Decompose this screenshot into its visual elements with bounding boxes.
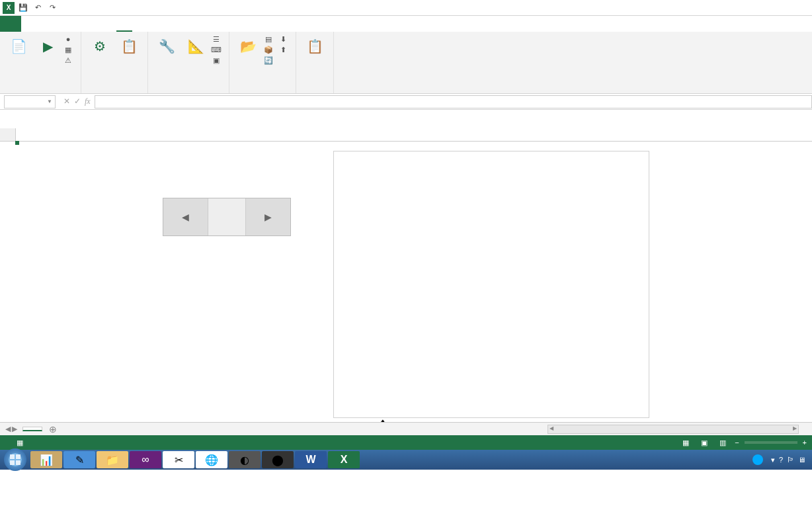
tab-data[interactable] [85,16,101,32]
redo-icon[interactable]: ↷ [46,2,58,14]
record-macro-button[interactable]: ● [63,34,75,44]
code-icon: ⌨ [212,45,221,54]
macro-security-button[interactable]: ⚠ [63,56,75,65]
taskbar-app-7[interactable]: ◐ [229,451,261,468]
save-icon[interactable]: 💾 [17,2,29,14]
formula-input[interactable] [95,95,812,108]
properties-button[interactable]: ☰ [212,34,223,44]
taskbar-chrome[interactable]: 🌐 [196,451,227,468]
tab-special[interactable] [132,16,148,32]
export-icon: ⬆ [278,45,288,54]
com-addins-button[interactable]: 📋 [116,34,142,60]
expand-pack-button[interactable]: 📦 [264,45,276,54]
tab-developer[interactable] [116,16,132,32]
com-addins-icon: 📋 [118,36,140,57]
macro-button[interactable]: ▶ [34,34,61,60]
tray-monitor-icon[interactable]: 🖥 [798,456,805,464]
view-code-button[interactable]: ⌨ [212,45,223,54]
view-pagebreak-icon[interactable]: ▥ [716,437,729,448]
tab-pagelayout[interactable] [53,16,69,32]
cancel-formula-icon[interactable]: ✕ [63,97,70,106]
zoom-out-icon[interactable]: − [735,439,739,446]
refresh-data-button[interactable]: 🔄 [264,56,276,65]
taskbar-word[interactable]: W [295,451,327,468]
sheet-nav-first-icon[interactable]: ◀ [5,425,11,433]
taskbar-vs[interactable]: ∞ [130,451,161,468]
refresh-icon: 🔄 [264,56,273,65]
add-sheet-button[interactable]: ⊕ [42,424,63,435]
scroll-right-button[interactable]: ▶ [245,198,290,235]
docpanel-icon: 📋 [304,36,325,57]
taskbar-obs[interactable]: ⬤ [262,451,294,468]
macro-record-status-icon[interactable]: ▦ [13,437,26,448]
tray-help-icon[interactable]: ? [779,456,783,464]
scroll-track[interactable] [208,198,245,235]
tray-chevron-icon[interactable]: ▾ [771,456,775,464]
insert-ctrl-icon: 🔧 [156,36,177,57]
record-icon: ● [63,34,73,44]
dialog-icon: ▣ [212,56,221,65]
tab-file[interactable] [0,16,21,32]
view-pagelayout-icon[interactable]: ▣ [698,437,711,448]
map-icon: ▤ [264,34,273,44]
start-button[interactable] [4,448,26,471]
fx-icon[interactable]: fx [85,97,91,106]
taskbar-explorer[interactable]: 📁 [97,451,128,468]
props-icon: ☰ [212,34,221,44]
import-button[interactable]: ⬇ [278,34,290,44]
tab-formulas[interactable] [69,16,85,32]
visual-basic-button[interactable]: 📄 [5,34,32,60]
windows-icon [7,452,23,468]
name-box[interactable]: ▼ [4,95,56,108]
horizontal-scrollbar[interactable] [548,425,799,434]
tray-q[interactable] [752,454,763,465]
sheet-tab-sheet1[interactable] [22,427,42,431]
xml-source-button[interactable]: 📂 [235,34,261,60]
tab-insert[interactable] [37,16,53,32]
doc-panel-button[interactable]: 📋 [302,34,328,60]
design-mode-button[interactable]: 📐 [183,34,209,60]
map-props-button[interactable]: ▤ [264,34,276,44]
excel-icon: X [3,2,15,14]
heart-plot-svg [334,151,649,417]
run-dialog-button[interactable]: ▣ [212,56,223,65]
taskbar-snip[interactable]: ✂ [163,451,194,468]
import-icon: ⬇ [278,34,288,44]
zoom-slider[interactable] [745,441,797,444]
design-icon: 📐 [185,36,206,57]
zoom-in-icon[interactable]: + [803,439,807,446]
xml-icon: 📂 [237,36,259,57]
heart-chart[interactable] [333,151,649,418]
export-button[interactable]: ⬆ [278,45,290,54]
scrollbar-control[interactable]: ◀ ▶ [163,198,291,236]
macro-icon: ▶ [37,36,58,57]
use-relative-ref-button[interactable]: ▦ [63,45,75,54]
confirm-formula-icon[interactable]: ✓ [74,97,81,106]
select-all-corner[interactable] [0,128,16,141]
expand-icon: 📦 [264,45,273,54]
view-normal-icon[interactable]: ▦ [679,437,692,448]
tray-flag-icon[interactable]: 🏳 [787,456,794,464]
shield-icon: ⚠ [63,56,73,65]
chevron-down-icon: ▼ [47,99,52,105]
sheet-nav-last-icon[interactable]: ▶ [12,425,17,433]
tab-home[interactable] [21,16,37,32]
vb-icon: 📄 [8,36,29,57]
insert-control-button[interactable]: 🔧 [153,34,180,60]
scroll-left-button[interactable]: ◀ [163,198,208,235]
addins-icon: ⚙ [89,36,110,57]
taskbar-app-1[interactable]: 📊 [30,451,62,468]
undo-icon[interactable]: ↶ [32,2,44,14]
ref-icon: ▦ [63,45,73,54]
taskbar-excel[interactable]: X [328,451,360,468]
addins-button[interactable]: ⚙ [87,34,113,60]
taskbar-app-2[interactable]: ✎ [63,451,95,468]
tab-view[interactable] [101,16,116,32]
